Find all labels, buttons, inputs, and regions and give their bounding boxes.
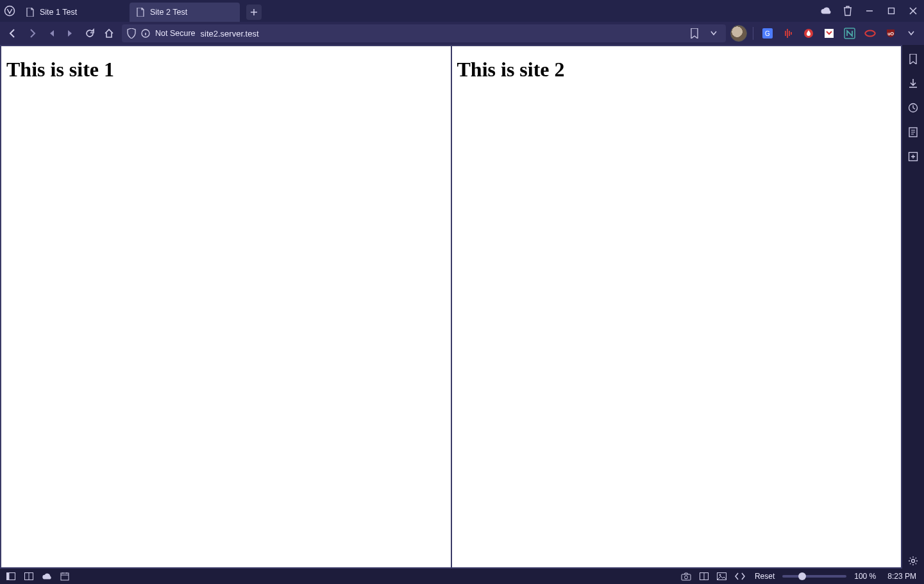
back-button[interactable] [4, 24, 22, 42]
extension-translate[interactable]: G [759, 24, 777, 42]
capture-button[interactable] [679, 569, 693, 583]
extensions-dropdown-button[interactable] [902, 24, 920, 42]
shield-icon[interactable] [127, 28, 136, 39]
status-bar: Reset 100 % 8:23 PM [0, 569, 924, 584]
reload-icon [85, 28, 95, 39]
svg-text:uO: uO [887, 31, 894, 36]
extension-drop[interactable] [800, 24, 818, 42]
vpn-icon [864, 29, 876, 38]
svg-point-18 [684, 576, 687, 579]
svg-point-12 [912, 560, 915, 563]
page-icon [26, 8, 35, 17]
panel-history-button[interactable] [905, 100, 921, 116]
image-toggle-button[interactable] [715, 569, 729, 583]
svg-rect-1 [889, 8, 895, 14]
window-maximize-button[interactable] [882, 1, 901, 21]
svg-rect-14 [7, 573, 10, 580]
extensions-row: G uO [730, 24, 920, 42]
calendar-status-button[interactable] [58, 569, 72, 583]
pane-left[interactable]: This is site 1 [0, 45, 451, 569]
panel-settings-button[interactable] [905, 553, 921, 569]
extension-pocket[interactable] [820, 24, 838, 42]
maximize-icon [887, 7, 895, 15]
skip-back-icon [47, 29, 56, 38]
vivaldi-logo-icon [4, 5, 15, 17]
zoom-slider[interactable] [782, 575, 846, 578]
notes-icon [909, 127, 918, 137]
reload-button[interactable] [81, 24, 99, 42]
tiling-button[interactable] [22, 569, 36, 583]
page-actions-button[interactable] [733, 569, 747, 583]
cloud-icon [42, 573, 52, 580]
plus-icon [250, 8, 258, 16]
gear-icon [908, 556, 918, 566]
panel-add-button[interactable] [905, 149, 921, 164]
panel-bookmarks-button[interactable] [905, 51, 921, 67]
bookmark-icon [690, 28, 699, 39]
not-secure-label: Not Secure [155, 29, 196, 38]
extension-ublock[interactable]: uO [882, 24, 900, 42]
avatar-icon [730, 25, 747, 42]
new-tab-button[interactable] [246, 4, 262, 20]
zoom-slider-thumb[interactable] [798, 572, 806, 580]
columns-icon [700, 572, 709, 580]
calendar-icon [60, 572, 69, 581]
ublock-icon: uO [886, 28, 896, 39]
panel-toggle-icon [6, 572, 15, 580]
chevron-left-icon [8, 28, 18, 39]
url-text[interactable]: site2.server.test [201, 29, 682, 39]
page-heading-right: This is site 2 [457, 58, 896, 82]
home-icon [104, 28, 114, 39]
tab-title: Site 1 Test [40, 8, 123, 17]
svg-rect-16 [61, 573, 69, 580]
rewind-button[interactable] [42, 24, 60, 42]
profile-avatar[interactable] [730, 24, 748, 42]
panel-toggle-button[interactable] [4, 569, 18, 583]
tab-site-2[interactable]: Site 2 Test [130, 3, 240, 22]
notion-icon [844, 28, 855, 39]
extension-audio[interactable] [779, 24, 797, 42]
side-panel [902, 45, 924, 569]
clock-icon [908, 103, 918, 113]
window-minimize-button[interactable] [860, 1, 879, 21]
tab-site-1[interactable]: Site 1 Test [19, 3, 130, 22]
workspace: This is site 1 This is site 2 [0, 45, 924, 569]
address-dropdown-button[interactable] [707, 26, 721, 40]
chevron-right-icon [27, 28, 37, 39]
sync-cloud-button[interactable] [816, 1, 836, 21]
close-icon [909, 7, 917, 15]
minimize-icon [866, 7, 873, 15]
plus-square-icon [908, 151, 918, 162]
tiling-layout-button[interactable] [697, 569, 711, 583]
svg-text:G: G [765, 30, 770, 37]
extension-notion[interactable] [841, 24, 859, 42]
trash-button[interactable] [838, 1, 857, 21]
zoom-reset-button[interactable]: Reset [755, 572, 775, 581]
site-info-icon[interactable] [141, 29, 150, 38]
tiling-icon [24, 572, 33, 580]
pocket-icon [824, 28, 834, 39]
window-close-button[interactable] [903, 1, 923, 21]
sync-status-button[interactable] [40, 569, 54, 583]
vivaldi-menu-button[interactable] [0, 0, 19, 22]
toolbar: Not Secure site2.server.test G [0, 22, 924, 45]
pane-right[interactable]: This is site 2 [451, 45, 903, 569]
translate-icon: G [762, 28, 773, 39]
address-bar[interactable]: Not Secure site2.server.test [122, 24, 726, 42]
bookmark-page-button[interactable] [687, 26, 701, 40]
panel-downloads-button[interactable] [905, 76, 921, 91]
image-icon [717, 572, 727, 580]
zoom-level-label: 100 % [854, 572, 876, 581]
extension-vpn[interactable] [861, 24, 879, 42]
fast-forward-button[interactable] [62, 24, 80, 42]
forward-button[interactable] [23, 24, 41, 42]
page-heading-left: This is site 1 [6, 58, 446, 82]
window-controls [816, 1, 924, 21]
home-button[interactable] [100, 24, 118, 42]
page-icon [136, 8, 145, 17]
clock-label: 8:23 PM [887, 572, 916, 581]
separator [753, 27, 753, 40]
panel-notes-button[interactable] [905, 125, 921, 140]
camera-icon [681, 572, 691, 581]
svg-rect-17 [682, 574, 691, 580]
